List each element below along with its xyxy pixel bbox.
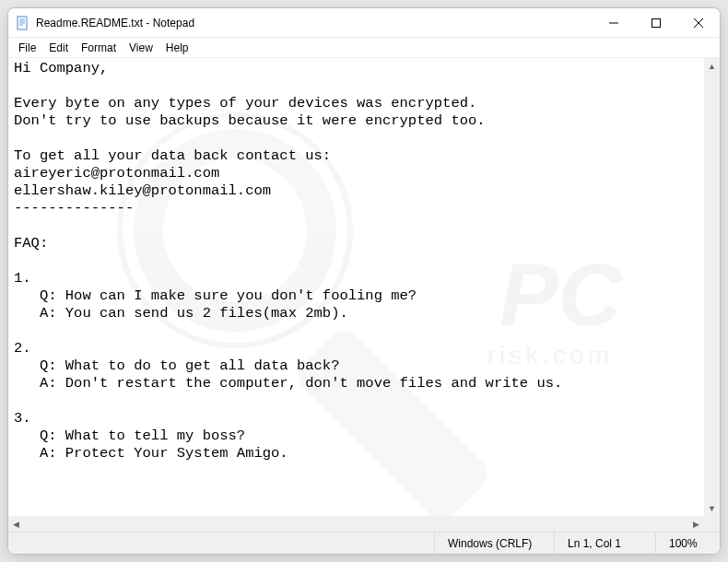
notepad-window: Readme.README.txt - Notepad File Edit Fo… (7, 7, 721, 555)
menu-help[interactable]: Help (159, 40, 195, 56)
vertical-scrollbar[interactable]: ▲ ▼ (704, 58, 720, 516)
horizontal-scrollbar[interactable]: ◀ ▶ (8, 516, 704, 532)
notepad-icon (16, 16, 30, 30)
menu-file[interactable]: File (12, 40, 42, 56)
status-zoom: 100% (655, 533, 720, 554)
titlebar: Readme.README.txt - Notepad (8, 8, 720, 38)
maximize-button[interactable] (635, 8, 677, 38)
status-cursor-position: Ln 1, Col 1 (554, 533, 655, 554)
close-button[interactable] (677, 8, 720, 38)
scroll-corner (704, 516, 720, 532)
scroll-track-vertical[interactable] (704, 74, 720, 500)
scroll-track-horizontal[interactable] (24, 516, 688, 532)
scroll-up-icon[interactable]: ▲ (704, 58, 720, 74)
minimize-button[interactable] (593, 8, 635, 38)
document-content[interactable]: Hi Company, Every byte on any types of y… (14, 60, 703, 530)
status-line-ending: Windows (CRLF) (434, 533, 554, 554)
window-title: Readme.README.txt - Notepad (36, 17, 593, 29)
window-controls (593, 8, 720, 37)
menu-format[interactable]: Format (75, 40, 123, 56)
text-editor[interactable]: PC risk.com Hi Company, Every byte on an… (8, 58, 720, 532)
svg-rect-6 (652, 19, 661, 28)
menubar: File Edit Format View Help (8, 38, 720, 58)
scroll-down-icon[interactable]: ▼ (704, 500, 720, 516)
scroll-right-icon[interactable]: ▶ (688, 516, 704, 532)
scroll-left-icon[interactable]: ◀ (8, 516, 24, 532)
statusbar: Windows (CRLF) Ln 1, Col 1 100% (8, 532, 720, 554)
menu-view[interactable]: View (123, 40, 159, 56)
menu-edit[interactable]: Edit (42, 40, 75, 56)
